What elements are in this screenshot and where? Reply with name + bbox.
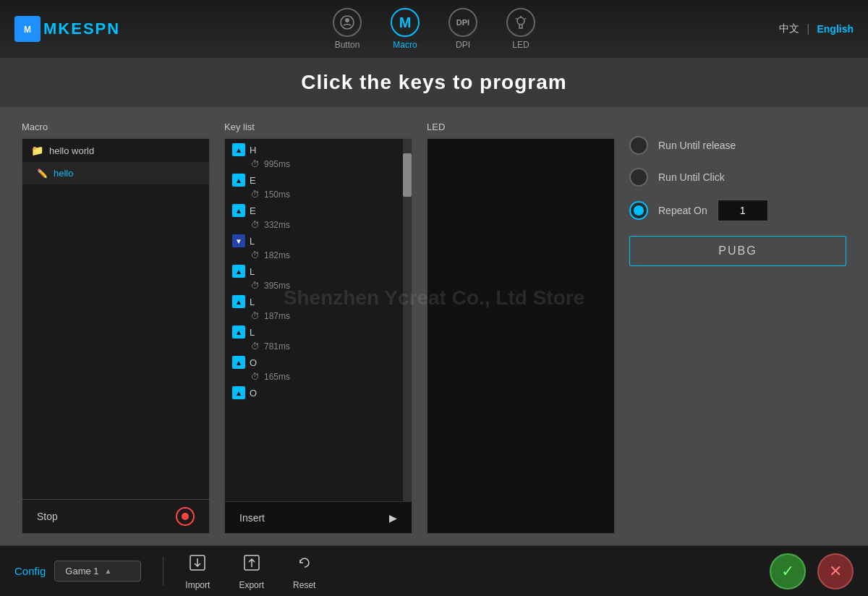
run-until-click-option[interactable]: Run Until Click — [629, 168, 846, 187]
key-up-icon: ▲ — [232, 386, 245, 399]
timer-icon: ⏱ — [251, 372, 260, 382]
svg-point-4 — [517, 17, 524, 25]
time-row: ⏱ 332ms — [225, 218, 412, 233]
export-action[interactable]: Export — [239, 553, 264, 590]
macro-folder-name: hello world — [49, 145, 94, 156]
tab-dpi[interactable]: DPI DPI — [448, 8, 477, 50]
run-until-click-label: Run Until Click — [658, 171, 725, 183]
stop-label: Stop — [37, 511, 58, 522]
import-label: Import — [185, 580, 210, 590]
timer-icon: ⏱ — [251, 220, 260, 230]
import-icon — [187, 553, 208, 577]
time-value: 187ms — [264, 311, 290, 321]
key-up-icon: ▲ — [232, 204, 245, 217]
main-content: Macro 📁 hello world ✏️ hello Stop Key li… — [0, 107, 868, 548]
scrollbar-thumb[interactable] — [403, 153, 412, 197]
page-title: Click the keys to program — [0, 71, 868, 94]
time-value: 995ms — [264, 159, 290, 169]
macro-bottom-bar: Stop — [22, 500, 210, 534]
timer-icon: ⏱ — [251, 159, 260, 169]
key-letter: O — [250, 357, 257, 368]
footer: Config Game 1 ▲ Import Export — [0, 545, 868, 596]
lang-zh-button[interactable]: 中文 — [779, 22, 799, 35]
repeat-on-option[interactable]: Repeat On — [629, 200, 846, 221]
tab-led-label: LED — [512, 40, 529, 50]
reset-action[interactable]: Reset — [293, 553, 315, 590]
tab-macro-label: Macro — [393, 40, 417, 50]
lang-en-button[interactable]: English — [817, 23, 854, 35]
macro-panel: Macro 📁 hello world ✏️ hello Stop — [22, 122, 210, 534]
tab-dpi-label: DPI — [456, 40, 470, 50]
import-action[interactable]: Import — [185, 553, 210, 590]
key-letter: E — [250, 175, 256, 186]
chevron-up-icon: ▲ — [105, 567, 112, 575]
svg-text:M: M — [24, 25, 31, 35]
key-up-icon: ▲ — [232, 356, 245, 369]
keylist-footer: Insert ▶ — [225, 501, 412, 533]
time-value: 165ms — [264, 372, 290, 382]
led-display — [427, 138, 615, 534]
export-icon — [242, 553, 262, 577]
title-bar: Click the keys to program — [0, 58, 868, 107]
macro-folder-item[interactable]: 📁 hello world — [22, 139, 209, 162]
confirm-button[interactable]: ✓ — [770, 553, 806, 589]
timer-icon: ⏱ — [251, 281, 260, 291]
dpi-tab-icon: DPI — [448, 8, 477, 37]
macro-list: 📁 hello world ✏️ hello — [22, 138, 210, 500]
repeat-value-input[interactable] — [718, 200, 768, 221]
macro-list-item[interactable]: ✏️ hello — [22, 162, 209, 184]
tab-macro[interactable]: M Macro — [391, 8, 420, 50]
table-row: ▲ E — [225, 172, 412, 188]
run-until-release-radio[interactable] — [629, 136, 648, 155]
macro-section-label: Macro — [22, 122, 210, 132]
key-up-icon: ▲ — [232, 295, 245, 308]
insert-label: Insert — [239, 512, 265, 524]
insert-arrow-icon[interactable]: ▶ — [389, 512, 397, 524]
tab-led[interactable]: LED — [506, 8, 535, 50]
cancel-button[interactable]: ✕ — [817, 553, 854, 589]
led-section-label: LED — [427, 122, 615, 132]
stop-button[interactable] — [176, 507, 195, 526]
key-letter: L — [250, 327, 255, 338]
keylist-scroll[interactable]: ▲ H ⏱ 995ms ▲ E ⏱ 150ms — [225, 139, 412, 501]
logo: M MKESPN — [14, 16, 120, 42]
keylist-section-label: Key list — [224, 122, 412, 132]
key-letter: H — [250, 145, 256, 156]
run-until-release-label: Run Until release — [658, 140, 736, 151]
export-label: Export — [239, 580, 264, 590]
key-up-icon: ▲ — [232, 265, 245, 278]
repeat-on-label: Repeat On — [658, 205, 707, 216]
table-row: ▼ L — [225, 233, 412, 249]
time-row: ⏱ 187ms — [225, 310, 412, 324]
logo-text: MKESPN — [43, 20, 120, 38]
lang-switcher: 中文 | English — [779, 22, 854, 35]
key-up-icon: ▲ — [232, 174, 245, 187]
radio-group: Run Until release Run Until Click Repeat… — [629, 136, 846, 221]
config-select[interactable]: Game 1 ▲ — [54, 561, 141, 582]
key-letter: L — [250, 236, 255, 247]
logo-icon: M — [14, 16, 41, 42]
time-row: ⏱ 395ms — [225, 279, 412, 294]
timer-icon: ⏱ — [251, 311, 260, 321]
repeat-on-radio[interactable] — [629, 201, 648, 220]
keylist-inner: ▲ H ⏱ 995ms ▲ E ⏱ 150ms — [225, 139, 412, 404]
footer-divider — [163, 557, 163, 586]
run-until-click-radio[interactable] — [629, 168, 648, 187]
svg-line-7 — [525, 18, 527, 20]
button-tab-icon — [333, 8, 362, 37]
svg-point-3 — [345, 18, 349, 22]
time-value: 395ms — [264, 281, 290, 291]
tab-button[interactable]: Button — [333, 8, 362, 50]
pubg-button[interactable]: PUBG — [629, 236, 846, 266]
run-until-release-option[interactable]: Run Until release — [629, 136, 846, 155]
key-letter: E — [250, 205, 256, 216]
led-tab-icon — [506, 8, 535, 37]
footer-right: ✓ ✕ — [770, 553, 854, 589]
scrollbar[interactable] — [403, 139, 412, 501]
folder-icon: 📁 — [31, 145, 43, 156]
key-up-icon: ▲ — [232, 143, 245, 156]
nav-tabs: Button M Macro DPI DPI LED — [333, 8, 535, 50]
key-up-icon: ▲ — [232, 325, 245, 339]
time-row: ⏱ 150ms — [225, 188, 412, 203]
table-row: ▲ E — [225, 203, 412, 218]
